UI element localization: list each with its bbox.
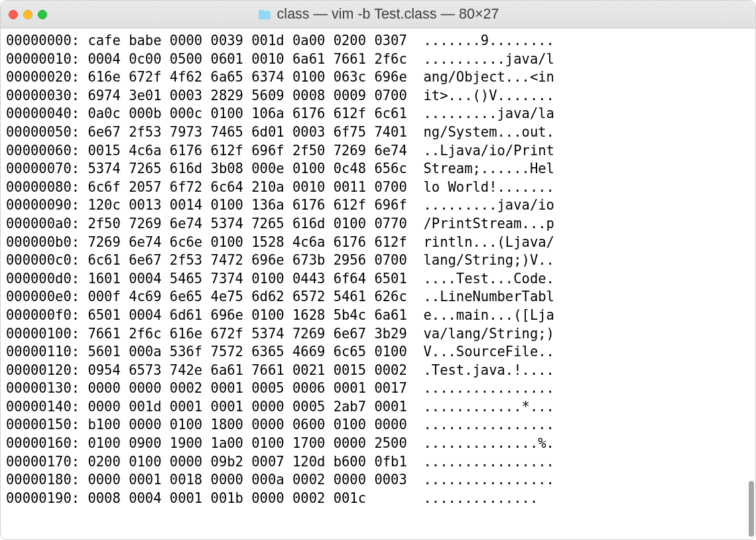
window-title: class — vim -b Test.class — 80×27: [277, 6, 499, 23]
close-button[interactable]: [9, 10, 18, 19]
traffic-lights: [9, 10, 47, 19]
hex-dump[interactable]: 00000000: cafe babe 0000 0039 001d 0a00 …: [1, 29, 755, 539]
terminal-content-area: 00000000: cafe babe 0000 0039 001d 0a00 …: [1, 29, 755, 539]
maximize-button[interactable]: [38, 10, 47, 19]
scrollbar-thumb[interactable]: [749, 481, 754, 537]
titlebar[interactable]: class — vim -b Test.class — 80×27: [1, 1, 755, 29]
scrollbar[interactable]: [746, 29, 754, 539]
minimize-button[interactable]: [23, 10, 32, 19]
title-center: class — vim -b Test.class — 80×27: [1, 1, 755, 28]
folder-icon: [257, 9, 272, 21]
terminal-window: class — vim -b Test.class — 80×27 000000…: [0, 0, 756, 540]
